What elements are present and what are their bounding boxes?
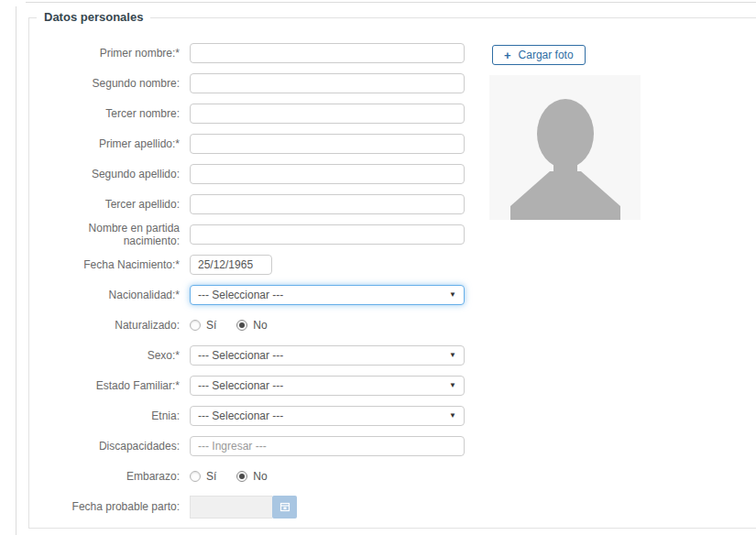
personal-data-page: Datos personales Primer nombre:* Segundo… [0, 0, 756, 535]
radio-dot [239, 474, 245, 479]
segundo-nombre-label: Segundo nombre: [29, 77, 180, 90]
sexo-select-value: --- Seleccionar --- [198, 349, 283, 362]
tercer-nombre-input[interactable] [190, 104, 465, 124]
radio-dot [239, 322, 245, 328]
embarazo-radio-si[interactable] [190, 471, 201, 482]
calendar-icon [279, 501, 290, 512]
dropdown-arrow-icon: ▼ [449, 352, 456, 359]
outer-panel-border-top [26, 2, 756, 3]
segundo-apellido-input[interactable] [190, 164, 465, 184]
estado-familiar-label: Estado Familiar:* [29, 379, 180, 392]
field-row-embarazo: Embarazo: Sí No [29, 466, 756, 486]
naturalizado-label: Naturalizado: [29, 319, 180, 332]
embarazo-radio-group: Sí No [190, 470, 288, 483]
field-row-naturalizado: Naturalizado: Sí No [29, 315, 756, 335]
field-row-estado-familiar: Estado Familiar:* --- Seleccionar --- ▼ [29, 376, 756, 396]
datos-personales-fieldset: Datos personales Primer nombre:* Segundo… [28, 10, 756, 529]
naturalizado-radio-si[interactable] [190, 320, 201, 331]
field-row-nombre-partida: Nombre en partida nacimiento: [29, 224, 756, 245]
field-row-primer-apellido: Primer apellido:* [29, 134, 756, 154]
field-row-segundo-apellido: Segundo apellido: [29, 164, 756, 184]
calendar-button[interactable] [272, 496, 297, 519]
upload-photo-button[interactable]: + Cargar foto [492, 45, 586, 65]
discapacidades-label: Discapacidades: [29, 440, 180, 453]
field-row-fecha-probable-parto: Fecha probable parto: [29, 497, 756, 517]
estado-familiar-select[interactable]: --- Seleccionar --- ▼ [190, 376, 465, 396]
embarazo-radio-no[interactable] [236, 471, 247, 482]
dropdown-arrow-icon: ▼ [449, 382, 456, 389]
tercer-nombre-label: Tercer nombre: [29, 107, 180, 120]
naturalizado-radio-no[interactable] [236, 320, 247, 331]
fecha-nacimiento-label: Fecha Nacimiento:* [29, 258, 180, 271]
naturalizado-option-si-label[interactable]: Sí [206, 319, 216, 332]
nacionalidad-label: Nacionalidad:* [29, 289, 180, 301]
fecha-nacimiento-input[interactable] [190, 255, 272, 275]
etnia-label: Etnia: [29, 409, 180, 422]
field-row-nacionalidad: Nacionalidad:* --- Seleccionar --- ▼ [29, 285, 756, 305]
naturalizado-radio-group: Sí No [190, 319, 288, 332]
field-row-tercer-apellido: Tercer apellido: [29, 194, 756, 214]
nacionalidad-select-value: --- Seleccionar --- [198, 289, 283, 301]
field-row-sexo: Sexo:* --- Seleccionar --- ▼ [29, 345, 756, 366]
fecha-probable-parto-input[interactable] [190, 496, 272, 519]
field-row-fecha-nacimiento: Fecha Nacimiento:* [29, 255, 756, 275]
fecha-probable-parto-group [190, 496, 297, 519]
field-row-segundo-nombre: Segundo nombre: [29, 73, 756, 93]
fecha-probable-parto-label: Fecha probable parto: [29, 500, 180, 513]
nombre-partida-input[interactable] [190, 224, 465, 245]
section-title: Datos personales [37, 10, 150, 25]
field-row-tercer-nombre: Tercer nombre: [29, 104, 756, 124]
form-rows: Primer nombre:* Segundo nombre: Tercer n… [29, 43, 756, 517]
primer-nombre-label: Primer nombre:* [29, 47, 180, 60]
naturalizado-option-no-label[interactable]: No [253, 319, 267, 332]
primer-apellido-input[interactable] [190, 134, 465, 154]
segundo-apellido-label: Segundo apellido: [29, 168, 180, 180]
sexo-label: Sexo:* [29, 349, 180, 362]
field-row-discapacidades: Discapacidades: [29, 436, 756, 456]
outer-panel-border-left [16, 6, 16, 535]
tercer-apellido-input[interactable] [190, 194, 465, 214]
embarazo-label: Embarazo: [29, 470, 180, 483]
dropdown-arrow-icon: ▼ [449, 412, 456, 420]
primer-apellido-label: Primer apellido:* [29, 137, 180, 150]
embarazo-option-no-label[interactable]: No [253, 470, 267, 483]
etnia-select-value: --- Seleccionar --- [198, 409, 283, 422]
field-row-etnia: Etnia: --- Seleccionar --- ▼ [29, 406, 756, 426]
segundo-nombre-input[interactable] [190, 73, 465, 93]
field-row-primer-nombre: Primer nombre:* [29, 43, 756, 63]
primer-nombre-input[interactable] [190, 43, 465, 63]
nacionalidad-select[interactable]: --- Seleccionar --- ▼ [190, 285, 465, 305]
tercer-apellido-label: Tercer apellido: [29, 198, 180, 211]
embarazo-option-si-label[interactable]: Sí [206, 470, 216, 483]
etnia-select[interactable]: --- Seleccionar --- ▼ [190, 406, 465, 426]
nombre-partida-label: Nombre en partida nacimiento: [29, 222, 180, 247]
plus-icon: + [504, 49, 511, 61]
estado-familiar-select-value: --- Seleccionar --- [198, 379, 283, 392]
photo-placeholder [489, 75, 641, 220]
upload-photo-label: Cargar foto [519, 49, 574, 61]
sexo-select[interactable]: --- Seleccionar --- ▼ [190, 345, 465, 366]
discapacidades-input[interactable] [190, 436, 465, 456]
dropdown-arrow-icon: ▼ [449, 291, 456, 299]
person-silhouette-icon [489, 75, 641, 220]
